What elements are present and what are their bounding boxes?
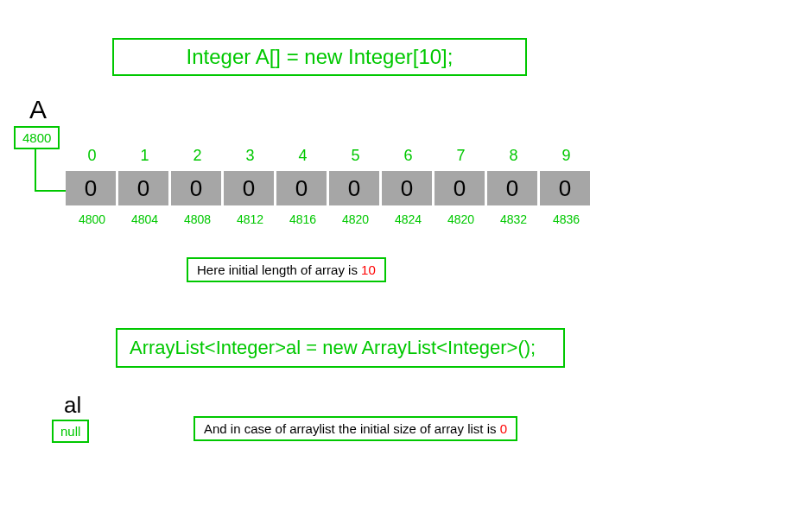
array-cell: 0 bbox=[329, 171, 379, 205]
index-cell: 3 bbox=[224, 147, 276, 165]
address-cell: 4804 bbox=[118, 212, 171, 226]
array-cell: 0 bbox=[276, 171, 327, 205]
address-cell: 4816 bbox=[276, 212, 329, 226]
address-cell: 4808 bbox=[171, 212, 224, 226]
array-cell: 0 bbox=[540, 171, 590, 205]
address-row: 4800 4804 4808 4812 4816 4820 4824 4820 … bbox=[66, 212, 593, 226]
address-cell: 4812 bbox=[224, 212, 276, 226]
array-cell: 0 bbox=[171, 171, 221, 205]
arraylist-size-note: And in case of arraylist the initial siz… bbox=[193, 416, 517, 441]
address-cell: 4800 bbox=[66, 212, 118, 226]
connector-vertical bbox=[35, 148, 36, 190]
array-reference-box: 4800 bbox=[14, 126, 60, 149]
array-cell: 0 bbox=[224, 171, 274, 205]
index-cell: 6 bbox=[382, 147, 435, 165]
arraylist-reference-box: null bbox=[52, 420, 89, 443]
note-text: And in case of arraylist the initial siz… bbox=[204, 421, 500, 436]
arraylist-variable-label: al bbox=[64, 392, 81, 419]
index-cell: 9 bbox=[540, 147, 593, 165]
address-cell: 4820 bbox=[329, 212, 382, 226]
index-cell: 8 bbox=[487, 147, 540, 165]
array-cell: 0 bbox=[66, 171, 116, 205]
address-cell: 4824 bbox=[382, 212, 435, 226]
array-cell: 0 bbox=[382, 171, 432, 205]
index-row: 0 1 2 3 4 5 6 7 8 9 bbox=[66, 147, 593, 165]
array-variable-label: A bbox=[29, 95, 47, 124]
note-text: Here initial length of array is bbox=[197, 262, 361, 277]
index-cell: 0 bbox=[66, 147, 118, 165]
array-cell: 0 bbox=[487, 171, 537, 205]
address-cell: 4832 bbox=[487, 212, 540, 226]
address-cell: 4836 bbox=[540, 212, 593, 226]
array-cell: 0 bbox=[118, 171, 168, 205]
index-cell: 7 bbox=[435, 147, 487, 165]
note-number: 0 bbox=[500, 421, 507, 436]
index-cell: 5 bbox=[329, 147, 382, 165]
array-declaration-code: Integer A[] = new Integer[10]; bbox=[112, 38, 527, 76]
index-cell: 2 bbox=[171, 147, 224, 165]
array-length-note: Here initial length of array is 10 bbox=[187, 257, 386, 282]
note-number: 10 bbox=[361, 262, 376, 277]
connector-horizontal bbox=[35, 190, 66, 192]
index-cell: 4 bbox=[276, 147, 329, 165]
array-cells-row: 0 0 0 0 0 0 0 0 0 0 bbox=[66, 171, 593, 205]
array-cell: 0 bbox=[435, 171, 485, 205]
index-cell: 1 bbox=[118, 147, 171, 165]
address-cell: 4820 bbox=[435, 212, 487, 226]
arraylist-declaration-code: ArrayList<Integer>al = new ArrayList<Int… bbox=[116, 328, 565, 368]
